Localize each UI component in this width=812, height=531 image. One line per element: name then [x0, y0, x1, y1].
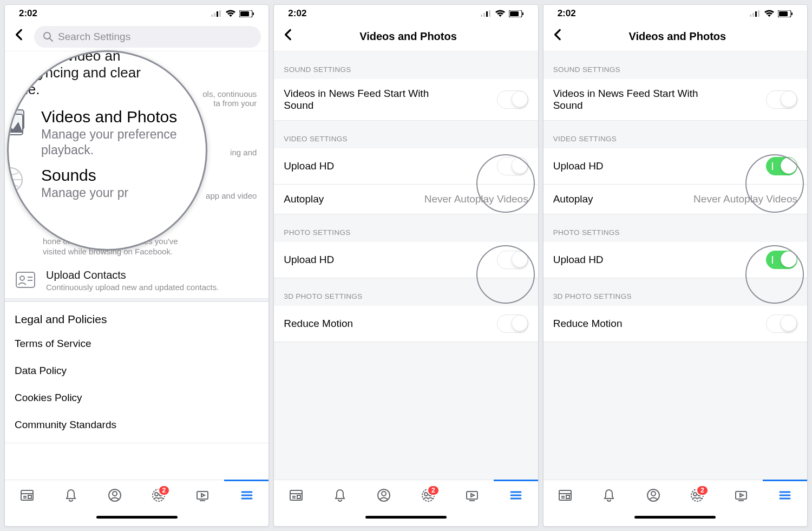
tab-profile[interactable] — [372, 484, 395, 507]
terms-of-service-link[interactable]: Terms of Service — [5, 330, 269, 357]
tab-watch[interactable] — [461, 484, 483, 507]
autoplay-label: Autoplay — [284, 193, 424, 205]
autoplay-label: Autoplay — [553, 193, 693, 205]
watch-icon — [465, 488, 479, 502]
tab-notifications[interactable] — [598, 484, 620, 507]
home-indicator — [274, 513, 538, 521]
tab-groups[interactable]: 2 — [686, 484, 709, 507]
empty-area — [274, 342, 538, 480]
autoplay-row[interactable]: Autoplay Never Autoplay Videos — [274, 185, 538, 214]
photo-upload-hd-label: Upload HD — [553, 254, 766, 266]
tab-notifications[interactable] — [329, 484, 351, 507]
svg-rect-33 — [483, 13, 485, 17]
svg-rect-6 — [253, 12, 254, 15]
tab-menu[interactable] — [774, 484, 796, 507]
reduce-motion-toggle[interactable] — [766, 314, 797, 333]
tab-groups[interactable]: 2 — [147, 484, 170, 507]
svg-rect-2 — [217, 11, 218, 17]
phone-screen-3: 2:02 Videos and Photos SOUND SETTINGS Vi… — [543, 4, 808, 527]
feed-icon — [20, 488, 34, 502]
tab-feed[interactable] — [16, 484, 38, 507]
svg-rect-55 — [752, 13, 754, 17]
svg-rect-35 — [489, 10, 490, 17]
signal-icon — [750, 8, 761, 19]
tab-profile[interactable] — [642, 484, 665, 507]
svg-rect-17 — [28, 495, 31, 499]
search-input[interactable]: Search Settings — [34, 26, 261, 48]
tab-watch[interactable] — [191, 484, 214, 507]
video-upload-hd-row[interactable]: Upload HD — [274, 148, 538, 185]
tab-watch[interactable] — [730, 484, 752, 507]
page-title: Videos and Photos — [573, 30, 800, 43]
watch-icon — [195, 488, 209, 502]
tab-bar: 2 — [543, 480, 807, 510]
status-bar: 2:02 — [5, 5, 269, 22]
svg-rect-43 — [297, 495, 300, 499]
legal-section-title: Legal and Policies — [5, 301, 269, 330]
back-button[interactable] — [551, 28, 568, 45]
hamburger-icon — [509, 488, 523, 502]
data-policy-link[interactable]: Data Policy — [5, 357, 269, 384]
mag-sounds-title: Sounds — [41, 166, 128, 185]
svg-rect-57 — [758, 10, 759, 17]
video-settings-header: VIDEO SETTINGS — [274, 121, 538, 148]
photo-upload-hd-row[interactable]: Upload HD — [274, 242, 538, 278]
signal-icon — [211, 8, 222, 19]
videos-start-sound-row[interactable]: Videos in News Feed Start With Sound — [274, 79, 538, 121]
svg-rect-49 — [467, 491, 477, 499]
photo-settings-header: PHOTO SETTINGS — [543, 214, 807, 242]
reduce-motion-row[interactable]: Reduce Motion — [543, 306, 807, 342]
home-indicator — [543, 513, 807, 521]
reduce-motion-toggle[interactable] — [497, 314, 528, 333]
wifi-icon — [225, 8, 236, 19]
photo-upload-hd-row[interactable]: Upload HD — [543, 242, 807, 278]
tab-notifications[interactable] — [60, 484, 82, 507]
back-button[interactable] — [12, 28, 30, 45]
svg-rect-38 — [522, 12, 523, 15]
tab-profile[interactable] — [103, 484, 126, 507]
photo-upload-hd-toggle[interactable] — [766, 251, 797, 269]
back-button[interactable] — [281, 28, 299, 45]
svg-rect-32 — [481, 15, 482, 17]
tab-menu[interactable] — [505, 484, 527, 507]
tab-groups[interactable]: 2 — [417, 484, 440, 507]
status-icons — [211, 8, 254, 19]
tab-menu[interactable] — [235, 484, 258, 507]
mag-videos-photos-item[interactable]: Videos and Photos Manage your preference… — [7, 98, 207, 161]
videos-start-sound-row[interactable]: Videos in News Feed Start With Sound — [543, 79, 807, 121]
mag-sounds-item[interactable]: Sounds Manage your pr — [7, 161, 207, 204]
search-icon — [43, 31, 54, 42]
home-indicator — [5, 513, 269, 521]
svg-rect-71 — [736, 491, 746, 499]
video-upload-hd-row[interactable]: Upload HD — [543, 148, 807, 185]
video-upload-hd-toggle[interactable] — [766, 157, 797, 175]
status-bar: 2:02 — [274, 5, 538, 22]
svg-point-19 — [113, 491, 117, 496]
cookies-policy-link[interactable]: Cookies Policy — [5, 384, 269, 411]
videos-start-sound-label: Videos in News Feed Start With Sound — [553, 88, 705, 112]
video-upload-hd-toggle[interactable] — [497, 157, 528, 175]
reduce-motion-row[interactable]: Reduce Motion — [274, 306, 538, 342]
upload-contacts-item[interactable]: Upload Contacts Continuously upload new … — [5, 263, 269, 298]
sound-settings-header: SOUND SETTINGS — [274, 51, 538, 79]
fragment-text: app and video — [206, 191, 257, 200]
profile-icon — [377, 488, 391, 502]
community-standards-link[interactable]: Community Standards — [5, 411, 269, 438]
phone-screen-1: 2:02 Search Settings ols, continuous ta … — [4, 4, 269, 527]
chevron-left-icon — [551, 28, 565, 42]
video-upload-hd-label: Upload HD — [284, 160, 496, 172]
reduce-motion-label: Reduce Motion — [553, 318, 766, 330]
videos-start-sound-toggle[interactable] — [766, 90, 797, 109]
phone-screen-2: 2:02 Videos and Photos SOUND SETTINGS Vi… — [273, 4, 538, 527]
video-settings-header: VIDEO SETTINGS — [543, 121, 807, 148]
fragment-text: ols, continuous — [202, 89, 257, 99]
svg-line-8 — [50, 38, 53, 41]
tab-feed[interactable] — [554, 484, 577, 507]
videos-start-sound-toggle[interactable] — [497, 90, 528, 109]
mag-sub2: playback. — [41, 143, 177, 158]
photo-upload-hd-toggle[interactable] — [497, 251, 528, 269]
fragment-text: ta from your — [202, 99, 257, 108]
tab-feed[interactable] — [285, 484, 307, 507]
feed-icon — [558, 488, 572, 502]
autoplay-row[interactable]: Autoplay Never Autoplay Videos — [543, 185, 807, 214]
